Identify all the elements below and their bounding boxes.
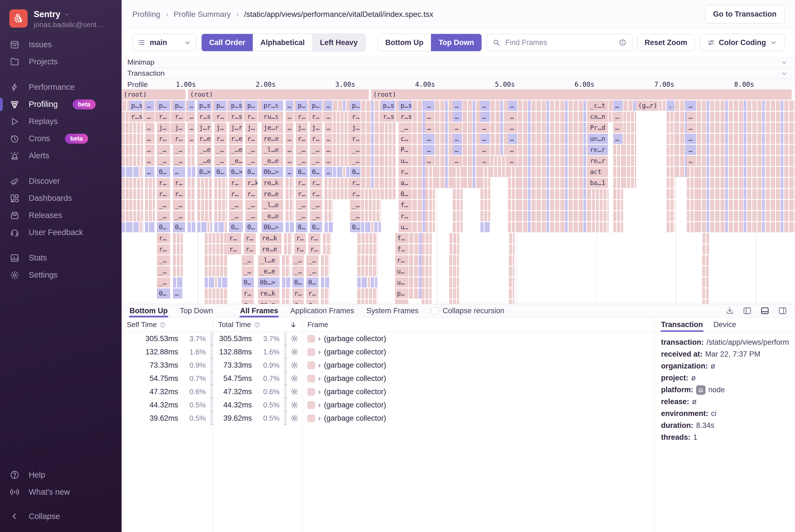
sidebar-item-discover[interactable]: Discover — [0, 173, 121, 190]
flamegraph-frame[interactable]: _… — [242, 255, 254, 265]
flamegraph-frame[interactable]: … — [145, 100, 155, 111]
expand-chevron-icon[interactable]: › — [318, 348, 321, 356]
flamegraph-frame[interactable]: 0… — [399, 189, 412, 199]
gear-icon[interactable] — [287, 335, 302, 343]
flamegraph-frame[interactable]: _… — [296, 200, 308, 210]
flamegraph-frame[interactable]: f… — [399, 200, 412, 210]
flamegraph-frame[interactable]: r… — [296, 134, 308, 144]
total-time-cell[interactable]: 305.53ms3.7% — [213, 332, 302, 345]
flamegraph-frame[interactable]: p…s — [197, 100, 212, 111]
flamegraph-frame[interactable]: r…k — [245, 178, 258, 188]
details-tab-transaction[interactable]: Transaction — [661, 318, 703, 332]
flamegraph-frame[interactable]: … — [687, 100, 697, 111]
flamegraph-frame[interactable]: _… — [157, 255, 171, 265]
sidebar-item-help[interactable]: Help — [0, 466, 121, 483]
flamegraph-frame[interactable]: j… — [245, 122, 258, 133]
flamegraph-frame[interactable]: _… — [245, 211, 258, 221]
flamegraph-frame[interactable]: … — [188, 122, 195, 133]
flamegraph-frame[interactable]: … — [325, 134, 333, 144]
frame-header[interactable]: Frame — [302, 318, 654, 332]
flamegraph-frame[interactable]: _… — [310, 156, 323, 166]
flamegraph-frame[interactable]: ca…n — [588, 112, 608, 122]
flamegraph-frame[interactable]: r…s — [229, 112, 243, 122]
flamegraph-frame[interactable]: … — [425, 100, 435, 111]
flamegraph-frame[interactable]: … — [425, 145, 435, 155]
flamegraph-frame[interactable]: _… — [245, 145, 258, 155]
gear-icon[interactable] — [287, 387, 302, 396]
flamegraph-frame[interactable]: … — [286, 122, 294, 133]
flamegraph-frame[interactable]: _… — [245, 156, 258, 166]
search-input[interactable] — [505, 38, 614, 47]
flamegraph-frame[interactable]: _e…e — [262, 156, 284, 166]
flamegraph-frame[interactable]: ba…1 — [588, 178, 608, 188]
flamegraph-frame[interactable]: r… — [227, 244, 242, 254]
flamegraph-frame[interactable]: 0… — [157, 222, 171, 232]
flamegraph-frame[interactable]: … — [425, 134, 435, 144]
segment-top-down[interactable]: Top Down — [431, 34, 481, 51]
flamegraph-frame[interactable]: _… — [173, 145, 186, 155]
flamegraph-frame[interactable]: p… — [157, 100, 171, 111]
total-time-cell[interactable]: 54.75ms0.7% — [213, 372, 302, 385]
flamegraph-frame[interactable]: r… — [173, 134, 186, 144]
flamegraph-frame[interactable]: r… — [296, 178, 308, 188]
flamegraph-frame[interactable]: u… — [399, 156, 412, 166]
self-time-cell[interactable]: 44.32ms0.5% — [122, 398, 213, 412]
flamegraph-frame[interactable]: r… — [306, 288, 319, 299]
flamegraph-frame[interactable]: pr…s — [262, 100, 284, 111]
flamegraph-frame[interactable]: r… — [173, 189, 186, 199]
flamegraph-frame[interactable]: … — [325, 156, 333, 166]
flamegraph-frame[interactable]: u… — [395, 277, 409, 288]
flamegraph-frame[interactable]: _… — [157, 200, 171, 210]
flamegraph-frame[interactable]: act — [588, 167, 608, 177]
flamegraph-frame[interactable]: _c…t — [588, 100, 608, 111]
flamegraph-frame[interactable]: P… — [399, 145, 412, 155]
flamegraph-frame[interactable]: _e…e — [258, 266, 280, 277]
flamegraph-frame[interactable]: _…e — [197, 145, 212, 155]
reset-zoom-button[interactable]: Reset Zoom — [637, 34, 695, 51]
flamegraph-frame[interactable]: … — [145, 122, 155, 133]
collapse-recursion-toggle[interactable]: Collapse recursion — [431, 307, 505, 315]
self-time-cell[interactable]: 39.62ms0.5% — [122, 412, 213, 425]
flamegraph-frame[interactable]: 0… — [296, 222, 308, 232]
flamegraph-frame[interactable]: r… — [310, 178, 323, 188]
flamegraph-frame[interactable]: _… — [350, 156, 361, 166]
segment-alphabetical[interactable]: Alphabetical — [253, 34, 313, 51]
flamegraph-frame[interactable]: r… — [395, 255, 409, 265]
flamegraph-frame[interactable]: 0… — [214, 167, 227, 177]
flamegraph-frame[interactable]: 0b…> — [262, 222, 284, 232]
flamegraph-frame[interactable]: 0… — [157, 288, 171, 299]
flamegraph-frame[interactable]: … — [188, 112, 195, 122]
flamegraph-frame[interactable]: _… — [157, 145, 171, 155]
flamegraph-frame[interactable]: … — [453, 156, 463, 166]
flamegraph-frame[interactable]: … — [188, 134, 195, 144]
flamegraph-frame[interactable]: 0… — [245, 167, 258, 177]
flamegraph-frame[interactable]: f… — [395, 244, 409, 254]
flamegraph-frame[interactable]: … — [687, 112, 697, 122]
total-time-cell[interactable]: 44.32ms0.5% — [213, 398, 302, 412]
expand-chevron-icon[interactable]: › — [318, 401, 321, 410]
frame-cell[interactable]: ›(garbage collector) — [302, 412, 654, 425]
expand-chevron-icon[interactable]: › — [318, 387, 321, 396]
flamegraph-frame[interactable]: un…n — [588, 134, 608, 144]
flamegraph-frame[interactable]: … — [325, 112, 333, 122]
sidebar-item-alerts[interactable]: Alerts — [0, 147, 121, 164]
flamegraph-frame[interactable]: … — [286, 134, 294, 144]
segment-bottom-up[interactable]: Bottom Up — [378, 34, 431, 51]
breadcrumb-item[interactable]: Profile Summary — [174, 10, 231, 19]
flamegraph-frame[interactable]: r… — [229, 189, 243, 199]
sidebar-item-replays[interactable]: Replays — [0, 113, 121, 130]
sidebar-item-performance[interactable]: Performance — [0, 79, 121, 96]
self-time-cell[interactable]: 305.53ms3.7% — [122, 332, 213, 345]
flamegraph-frame[interactable]: _… — [242, 266, 254, 277]
flamegraph-frame[interactable]: r… — [214, 112, 227, 122]
flamegraph-frame[interactable]: r… — [157, 244, 171, 254]
segment-call-order[interactable]: Call Order — [202, 34, 253, 51]
self-time-cell[interactable]: 73.33ms0.9% — [122, 359, 213, 372]
flamegraph-frame[interactable]: u… — [395, 266, 409, 277]
flamegraph-canvas[interactable]: (root)(root)(root)p…s…p…p……p…sp…p…sp…pr…… — [122, 90, 795, 304]
flamegraph-frame[interactable]: … — [188, 100, 195, 111]
flamegraph-frame[interactable]: r… — [294, 244, 306, 254]
flamegraph-frame[interactable]: 0… — [350, 222, 361, 232]
flamegraph-frame[interactable]: r… — [310, 134, 323, 144]
flamegraph-frame[interactable]: Pr…d — [588, 122, 608, 133]
